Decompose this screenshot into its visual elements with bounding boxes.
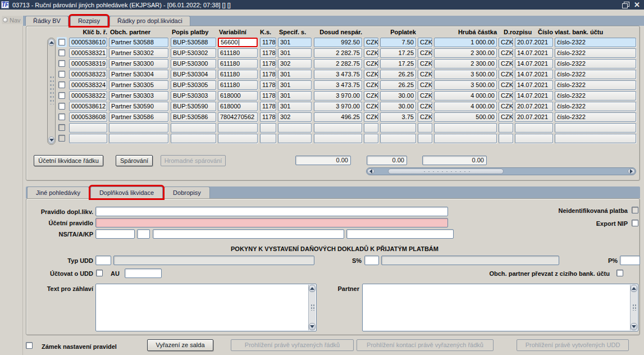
typ-udd-input[interactable] (95, 256, 111, 265)
table-cell[interactable]: CZK (499, 70, 513, 79)
table-cell[interactable]: CZK (499, 59, 513, 69)
table-cell[interactable] (434, 134, 497, 143)
table-cell[interactable]: CZK (499, 91, 513, 101)
table-cell[interactable] (69, 134, 107, 143)
table-cell[interactable]: BUP:530302 (171, 48, 216, 58)
horizontal-scroll-thumb[interactable] (388, 169, 504, 174)
scroll-up-button[interactable] (309, 285, 316, 292)
table-cell[interactable]: 1178 (260, 70, 276, 79)
table-cell[interactable]: 3 473.75 (314, 80, 362, 90)
table-cell[interactable]: číslo-2322 (555, 59, 636, 69)
table-cell[interactable]: CZK (364, 80, 378, 90)
table-cell[interactable]: 17.25 (380, 59, 416, 69)
table-cell[interactable]: 500.00 (434, 112, 497, 122)
table-cell[interactable]: 0000538319 (69, 59, 107, 69)
table-cell[interactable]: BUP:530590 (171, 102, 216, 111)
tab-dobropisy[interactable]: Dobropisy (164, 186, 210, 198)
table-cell[interactable]: BUP:530304 (171, 70, 216, 79)
table-cell[interactable]: CZK (499, 102, 513, 111)
table-cell[interactable]: CZK (499, 112, 513, 122)
table-cell[interactable]: Partner 530300 (109, 59, 168, 69)
row-checkbox[interactable] (58, 39, 65, 45)
table-cell[interactable]: 0000538323 (69, 70, 107, 79)
table-cell[interactable] (499, 123, 513, 133)
table-cell[interactable]: Partner 530588 (109, 38, 168, 47)
table-cell[interactable]: 0000538610 (69, 38, 107, 47)
pravidlo-dopl-likv-input[interactable] (95, 207, 448, 216)
sparovani-button[interactable]: Spárování (116, 155, 153, 166)
table-cell[interactable]: 0000538322 (69, 91, 107, 101)
table-cell[interactable]: 17.25 (380, 48, 416, 58)
tab-rozpisy[interactable]: Rozpisy (70, 16, 108, 26)
table-horizontal-scrollbar[interactable] (366, 167, 636, 175)
table-cell[interactable]: CZK (499, 48, 513, 58)
table-cell[interactable]: číslo-2322 (555, 91, 636, 101)
table-cell[interactable]: 26.25 (380, 80, 416, 90)
table-cell[interactable]: CZK (364, 70, 378, 79)
table-cell[interactable]: CZK (364, 38, 378, 47)
table-cell[interactable]: 496.25 (314, 112, 362, 122)
row-checkbox[interactable] (58, 81, 65, 88)
table-cell[interactable]: Partner 530303 (109, 91, 168, 101)
table-cell[interactable]: 20.07.2021 (515, 102, 553, 111)
table-cell[interactable]: 0000538324 (69, 80, 107, 90)
table-cell[interactable]: 14.07.2021 (515, 70, 553, 79)
table-cell[interactable]: 301 (278, 91, 312, 101)
row-checkbox[interactable] (58, 71, 65, 78)
textarea-scrollbar[interactable] (630, 285, 637, 330)
table-cell[interactable]: 1178 (260, 59, 276, 69)
table-cell[interactable] (314, 134, 362, 143)
kp-input[interactable] (346, 229, 454, 239)
restore-window-icon[interactable] (622, 2, 629, 8)
table-cell[interactable] (109, 134, 168, 143)
table-cell[interactable]: 14.07.2021 (515, 48, 553, 58)
table-cell[interactable] (434, 123, 497, 133)
table-cell[interactable]: CZK (499, 38, 513, 47)
table-cell[interactable] (364, 123, 378, 133)
table-cell[interactable]: číslo-2322 (555, 70, 636, 79)
table-cell[interactable] (499, 134, 513, 143)
table-cell[interactable]: 14.07.2021 (515, 59, 553, 69)
table-cell[interactable]: 26.25 (380, 70, 416, 79)
table-cell[interactable]: CZK (418, 38, 432, 47)
table-cell[interactable]: 0000538321 (69, 48, 107, 58)
table-cell[interactable] (278, 134, 312, 143)
table-cell[interactable] (171, 134, 216, 143)
table-cell[interactable]: CZK (418, 70, 432, 79)
table-cell[interactable]: 14.07.2021 (515, 80, 553, 90)
table-cell[interactable]: 301 (278, 80, 312, 90)
table-cell[interactable]: 1178 (260, 80, 276, 90)
table-cell[interactable]: 992.50 (314, 38, 362, 47)
typ-udd-description-field[interactable] (113, 256, 314, 265)
table-cell[interactable]: Partner 530304 (109, 70, 168, 79)
table-cell[interactable] (364, 134, 378, 143)
table-cell[interactable]: číslo-2322 (555, 112, 636, 122)
table-cell[interactable]: CZK (364, 112, 378, 122)
table-cell[interactable]: 302 (278, 59, 312, 69)
table-cell[interactable]: 7.50 (380, 38, 416, 47)
table-cell[interactable]: Partner 530586 (109, 112, 168, 122)
table-cell[interactable] (418, 123, 432, 133)
table-cell[interactable]: CZK (364, 59, 378, 69)
table-cell[interactable]: BUP:530305 (171, 80, 216, 90)
table-cell[interactable]: 301 (278, 38, 312, 47)
table-cell[interactable]: BUP:530300 (171, 59, 216, 69)
scroll-down-button[interactable] (309, 323, 316, 330)
table-cell[interactable]: 3 473.75 (314, 70, 362, 79)
row-checkbox[interactable] (58, 92, 65, 99)
row-checkbox[interactable] (58, 103, 65, 110)
table-cell[interactable]: 1178 (260, 38, 276, 47)
scroll-down-button[interactable] (48, 136, 54, 144)
close-window-icon[interactable]: ✕ (634, 2, 640, 8)
table-cell[interactable] (314, 123, 362, 133)
table-cell[interactable]: 2 282.75 (314, 48, 362, 58)
table-cell[interactable]: 301 (278, 48, 312, 58)
table-cell[interactable] (515, 134, 553, 143)
table-cell[interactable] (218, 134, 258, 143)
table-cell[interactable]: 3 500.00 (434, 70, 497, 79)
table-cell[interactable] (555, 123, 636, 133)
table-cell[interactable]: 7804270562 (218, 112, 258, 122)
scroll-up-button[interactable] (631, 285, 637, 292)
table-cell[interactable]: 3 970.00 (314, 91, 362, 101)
table-cell[interactable]: 2 300.00 (434, 59, 497, 69)
